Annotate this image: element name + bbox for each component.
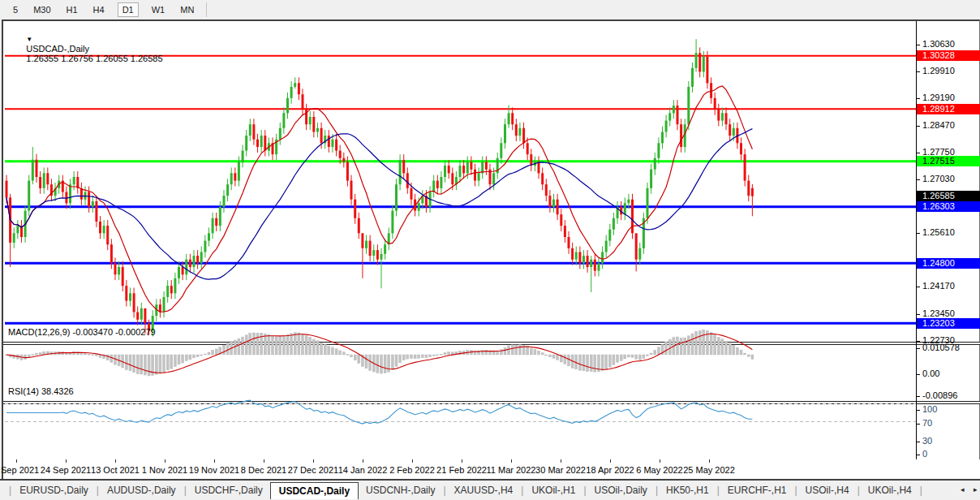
symbol-marker-icon: ▼ <box>26 36 32 43</box>
rsi-scale-tick: 0 <box>922 449 927 459</box>
tab-separator: | <box>583 485 586 496</box>
timeframe-button-m30[interactable]: M30 <box>31 2 53 17</box>
time-axis-label: 25 May 2022 <box>683 465 735 475</box>
price-badge: 1.30328 <box>917 50 980 61</box>
tab-separator: | <box>9 485 11 496</box>
tab-scroll-left-icon[interactable]: ◂ <box>961 485 965 494</box>
tab-scroll-right-icon[interactable]: ▸ <box>974 485 978 494</box>
timeframe-button-d1[interactable]: D1 <box>118 2 139 17</box>
price-scale-tick-tick <box>917 126 920 127</box>
chart-tab-eurchf-h1[interactable]: EURCHF-,H1 <box>720 483 794 498</box>
timeframe-button-5[interactable]: 5 <box>11 2 20 17</box>
time-axis-label: 6 May 2022 <box>636 465 682 475</box>
timeframe-button-h4[interactable]: H4 <box>91 2 107 17</box>
price-scale-tick: 1.30630 <box>922 39 955 49</box>
price-badge: 1.27515 <box>917 156 980 166</box>
time-axis-tick <box>561 459 561 463</box>
time-axis-tick <box>462 459 462 463</box>
time-axis-label: 11 Mar 2022 <box>487 465 536 475</box>
price-scale-tick-tick <box>917 45 920 45</box>
chart-tab-ukoil-h1[interactable]: UKOil-,H1 <box>524 483 582 498</box>
timeframe-button-mn[interactable]: MN <box>178 2 196 17</box>
rsi-panel-chart[interactable] <box>5 385 916 440</box>
time-axis-tick <box>660 459 660 463</box>
price-scale-tick: 1.24170 <box>922 281 955 291</box>
time-axis-label: 8 Dec 2021 <box>241 465 286 475</box>
tab-separator: | <box>184 485 187 496</box>
macd-scale-tick-tick <box>917 374 920 375</box>
time-axis-label: 24 Sep 2021 <box>41 465 91 475</box>
macd-scale-tick: 0.010578 <box>922 343 960 352</box>
time-axis-label: 27 Dec 2021 <box>288 465 338 475</box>
chart-tab-eurusd-daily[interactable]: EURUSD-,Daily <box>12 483 96 498</box>
time-axis-tick <box>214 459 215 463</box>
chart-title: ▼ USDCAD-,Daily 1.26355 1.26756 1.26055 … <box>11 24 163 73</box>
rsi-scale-tick-tick <box>917 455 920 455</box>
price-scale-tick: 1.27030 <box>922 174 955 183</box>
macd-scale-tick: 0.00 <box>922 369 939 378</box>
timeframe-button-w1[interactable]: W1 <box>149 2 168 17</box>
rsi-scale-tick-tick <box>917 424 920 425</box>
price-badge: 1.24800 <box>917 258 980 269</box>
rsi-scale-tick-tick <box>917 410 920 411</box>
chart-tab-usoil-daily[interactable]: USOil-,Daily <box>587 483 655 498</box>
price-scale-tick: 1.29190 <box>922 93 955 102</box>
time-axis-tick <box>313 459 314 463</box>
chart-tab-hk50-h1[interactable]: HK50-,H1 <box>659 483 716 498</box>
rsi-line <box>6 400 752 424</box>
timeframe-button-h1[interactable]: H1 <box>64 2 80 17</box>
chart-tab-ukoil-h4[interactable]: UKOil-,H4 <box>861 483 919 498</box>
time-axis-tick <box>709 459 710 463</box>
chart-tab-audusd-daily[interactable]: AUDUSD-,Daily <box>100 483 183 498</box>
time-axis-tick <box>66 459 67 463</box>
rsi-scale-tick-tick <box>917 442 920 442</box>
time-axis-tick <box>264 459 264 463</box>
time-axis-tick <box>610 459 611 463</box>
tab-separator: | <box>97 485 99 496</box>
time-axis-label: 2 Feb 2022 <box>389 465 435 475</box>
price-scale-tick-tick <box>917 314 920 315</box>
price-scale-tick: 1.23450 <box>922 308 955 318</box>
toolbar-separator <box>206 2 207 17</box>
chart-tab-usdchf-daily[interactable]: USDCHF-,Daily <box>187 483 270 498</box>
time-axis-tick <box>511 459 512 463</box>
macd-scale-tick: -0.00896 <box>922 390 957 400</box>
chart-ohlc-values: 1.26355 1.26756 1.26055 1.26585 <box>26 54 162 63</box>
time-axis[interactable]: 6 Sep 202124 Sep 202113 Oct 20211 Nov 20… <box>3 459 980 479</box>
time-axis-label: 14 Jan 2022 <box>338 465 388 475</box>
price-scale-tick-tick <box>917 233 920 234</box>
price-badge: 1.23203 <box>917 318 980 329</box>
time-axis-tick <box>16 459 17 463</box>
tab-separator: | <box>858 485 860 496</box>
moving-average-fast <box>6 86 752 312</box>
chart-tab-bar: |EURUSD-,Daily|AUDUSD-,Daily|USDCHF-,Dai… <box>0 481 980 500</box>
price-badge: 1.28912 <box>917 104 980 114</box>
timeframe-toolbar: 5M30H1H4D1W1MN <box>0 0 980 19</box>
time-axis-tick <box>115 459 116 463</box>
time-axis-label: 6 Sep 2021 <box>0 465 39 475</box>
time-axis-tick <box>165 459 165 463</box>
price-badge: 1.26303 <box>917 201 980 212</box>
chart-tab-usdcnh-daily[interactable]: USDCNH-,Daily <box>359 483 442 498</box>
price-scale-tick-tick <box>917 287 920 287</box>
price-scale-tick-tick <box>917 71 920 72</box>
tab-separator: | <box>717 485 720 496</box>
rsi-scale-tick: 100 <box>922 404 937 414</box>
macd-indicator-label: MACD(12,26,9) -0.003470 -0.000279 <box>8 327 156 337</box>
chart-tab-usoil-h4[interactable]: USOil-,H4 <box>798 483 857 498</box>
rsi-indicator-label: RSI(14) 38.4326 <box>8 386 74 396</box>
window-border-left <box>0 19 3 481</box>
chart-tab-xauusd-h4[interactable]: XAUUSD-,H4 <box>447 483 521 498</box>
chart-symbol-period: USDCAD-,Daily <box>26 44 89 54</box>
time-axis-label: 21 Feb 2022 <box>436 465 487 475</box>
tab-separator: | <box>443 485 445 496</box>
time-axis-label: 18 Apr 2022 <box>586 465 634 475</box>
chart-tab-usdcad-daily[interactable]: USDCAD-,Daily <box>270 482 359 499</box>
time-axis-label: 1 Nov 2021 <box>142 465 187 475</box>
chart-window: ▼ USDCAD-,Daily 1.26355 1.26756 1.26055 … <box>0 19 980 481</box>
price-scale-tick-tick <box>917 98 920 99</box>
macd-scale-tick-tick <box>917 396 920 397</box>
price-scale-tick-tick <box>917 179 920 180</box>
tab-separator: | <box>655 485 658 496</box>
rsi-scale-tick: 70 <box>922 418 932 428</box>
